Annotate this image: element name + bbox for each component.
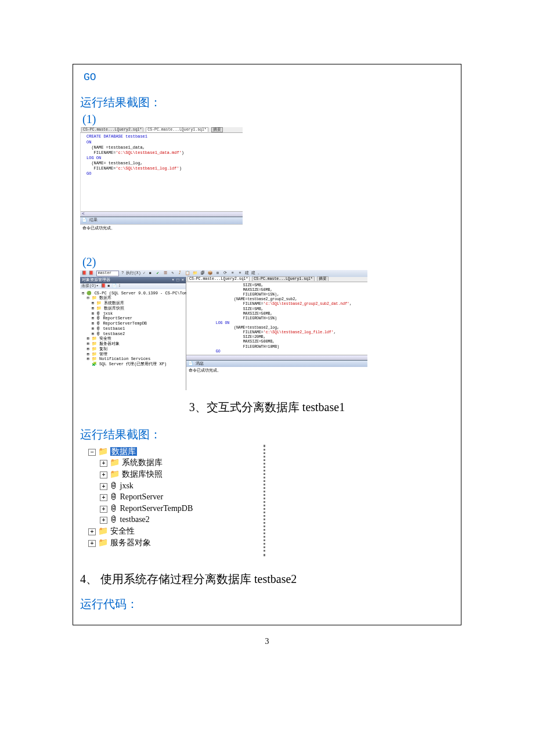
run-code-label: 运行代码： <box>80 596 454 612</box>
heading-step3: 3、交互式分离数据库 testbase1 <box>80 399 454 415</box>
horizontal-scrollbar[interactable] <box>81 211 243 217</box>
screenshot-1: CS-PC.maste...LQuery2.sql* CS-PC.maste..… <box>80 127 243 249</box>
code-string: 'c:\SQL\testbase1_data.mdf' <box>116 150 181 155</box>
toolbar-icon[interactable]: 📦 <box>208 271 213 276</box>
screenshot-title-1: 运行结果截图： <box>80 95 454 110</box>
code-line: ) <box>182 150 184 155</box>
code-line: LOG ON <box>86 156 101 160</box>
tab-summary[interactable]: 摘要 <box>317 276 329 281</box>
result-message: 命令已成功完成。 <box>80 224 243 249</box>
toolbar-icon[interactable]: 📁 <box>193 271 198 276</box>
tree-db-highlight[interactable]: 数据库 <box>110 447 137 456</box>
tree-testbase2[interactable]: testbase2 <box>103 332 125 336</box>
code-line: FILENAME= <box>86 166 116 171</box>
explorer-title-text: 对象资源管理器 <box>82 278 110 283</box>
content: GO 运行结果截图： (1) CS-PC.maste...LQuery2.sql… <box>73 64 461 625</box>
code-line: CREATE DATABASE testbase1 <box>86 134 147 139</box>
explorer-window-controls[interactable]: ▾ ⬚ ✕ <box>172 278 184 283</box>
code-string: 'c:\SQL\testbase1_log.ldf' <box>116 166 179 171</box>
tree-reportserver-temp[interactable]: ReportServerTempDB <box>103 321 147 326</box>
tab-query2[interactable]: CS-PC.maste...LQuery2.sql* <box>81 127 143 132</box>
code-editor-1[interactable]: CREATE DATABASE testbase1 ON (NAME =test… <box>80 133 243 217</box>
toolbar-icon[interactable]: 📕 <box>81 271 86 276</box>
toolbar-text: 建 建 。 <box>245 271 262 275</box>
tree-testbase1[interactable]: testbase1 <box>103 326 125 331</box>
editor-tabbar-1: CS-PC.maste...LQuery2.sql* CS-PC.maste..… <box>80 127 243 133</box>
toolbar-icon[interactable]: 🗐 <box>200 271 205 276</box>
toolbar-icon[interactable]: ⊞ <box>215 271 221 276</box>
subsection-2: (2) <box>82 255 454 269</box>
toolbar-icon[interactable]: 📋 <box>185 271 190 276</box>
code-line: (NAME= testbase1_log, <box>86 161 143 165</box>
collapse-icon[interactable]: − <box>88 449 96 456</box>
heading-step4: 4、 使用系统存储过程分离数据库 testbase2 <box>80 571 454 587</box>
screenshot-3: −📁 数据库 +📁 系统数据库 +📁 数据库快照 +🛢 jxsk +🛢 Repo… <box>80 445 265 556</box>
tree-security[interactable]: 安全性 <box>110 527 135 535</box>
result-tab-2[interactable]: 📄 消息 <box>186 360 367 367</box>
tab-query2[interactable]: CS-PC.maste...LQuery2.sql* <box>187 276 250 281</box>
page-frame: GO 运行结果截图： (1) CS-PC.maste...LQuery2.sql… <box>73 64 461 625</box>
toolbar-icon[interactable]: ☰ <box>163 271 168 276</box>
tree-jxsk[interactable]: jxsk <box>120 481 134 490</box>
tree-agent[interactable]: SQL Server 代理(已禁用代理 XP) <box>99 362 167 366</box>
tree-snapshot[interactable]: 数据库快照 <box>104 306 124 311</box>
go-keyword: GO <box>84 71 454 83</box>
ssms-toolbar: 📕 📕 master ? 执行(X) ✓ ■ ✔ ☰ ✎ ⤴ 📋 📁 🗐 📦 ⊞… <box>80 270 367 277</box>
tree-reportserver[interactable]: ReportServer <box>120 492 164 501</box>
code-line: ) <box>179 166 182 171</box>
toolbar-icon[interactable]: ⤴ <box>178 271 183 276</box>
tree-root[interactable]: CS-PC (SQL Server 9.0.1399 - CS-PC\Tom) <box>95 291 190 296</box>
tree-sysdb[interactable]: 系统数据库 <box>104 301 124 305</box>
code-line: ON <box>86 140 91 145</box>
tree-reportserver-temp[interactable]: ReportServerTempDB <box>120 504 193 513</box>
expand-icon[interactable]: + <box>100 517 107 524</box>
tree-replication[interactable]: 复制 <box>99 347 107 351</box>
explorer-title: 对象资源管理器 ▾ ⬚ ✕ <box>80 277 186 283</box>
screenshot-2: 📕 📕 master ? 执行(X) ✓ ■ ✔ ☰ ✎ ⤴ 📋 📁 🗐 📦 ⊞… <box>80 270 367 390</box>
tree-notification[interactable]: Notification Services <box>99 357 150 361</box>
explorer-toolbar[interactable]: 连接(O)▾ 📕 ■ 📄 🝸 <box>80 283 186 289</box>
expand-icon[interactable]: + <box>100 506 107 513</box>
result-tab[interactable]: 📄 结果 <box>80 217 243 224</box>
editor-panel: CS-PC.maste...LQuery2.sql* CS-PC.maste..… <box>186 277 367 390</box>
tree-testbase2[interactable]: testbase2 <box>120 515 150 524</box>
tree-serverobjects[interactable]: 服务器对象 <box>110 538 151 547</box>
tree-management[interactable]: 管理 <box>99 352 107 357</box>
toolbar-icon[interactable]: ✎ <box>170 271 175 276</box>
code-line: (NAME =testbase1_data, <box>86 145 145 150</box>
code-line: FILENAME= <box>86 150 116 155</box>
tree-reportserver[interactable]: ReportServer <box>103 316 132 321</box>
page-number: 3 <box>0 637 534 646</box>
tree-sysdb[interactable]: 系统数据库 <box>122 458 163 467</box>
editor-tabbar-2: CS-PC.maste...LQuery2.sql* CS-PC.maste..… <box>186 277 367 282</box>
explorer-tree[interactable]: ⊟ 🟢 CS-PC (SQL Server 9.0.1399 - CS-PC\T… <box>80 289 186 390</box>
expand-icon[interactable]: + <box>100 460 107 467</box>
tree-databases[interactable]: 数据库 <box>99 296 111 300</box>
code-line: GO <box>86 171 91 176</box>
toolbar-icon[interactable]: 📕 <box>89 271 94 276</box>
tab-summary[interactable]: 摘要 <box>211 127 223 132</box>
toolbar-icon[interactable]: ⟳ <box>222 271 228 276</box>
horizontal-scrollbar[interactable] <box>186 355 367 360</box>
tree-jxsk[interactable]: jxsk <box>103 311 113 316</box>
expand-icon[interactable]: + <box>88 540 96 547</box>
tree-serverobjects[interactable]: 服务器对象 <box>99 341 120 346</box>
toolbar-icon[interactable]: ≡ <box>237 271 243 276</box>
object-explorer: 对象资源管理器 ▾ ⬚ ✕ 连接(O)▾ 📕 ■ 📄 🝸 ⊟ 🟢 CS-PC (… <box>80 277 186 390</box>
toolbar-icon[interactable]: ≡ <box>230 271 235 276</box>
execute-button[interactable]: ? 执行(X) ✓ <box>121 271 145 275</box>
screenshot-title-3: 运行结果截图： <box>80 427 454 442</box>
expand-icon[interactable]: + <box>100 494 107 501</box>
expand-icon[interactable]: + <box>100 471 107 478</box>
tree-security[interactable]: 安全性 <box>99 336 111 341</box>
tab-query1[interactable]: CS-PC.maste...LQuery1.sql* <box>252 276 314 281</box>
subsection-1: (1) <box>82 113 454 126</box>
expand-icon[interactable]: + <box>88 528 96 535</box>
tab-query1[interactable]: CS-PC.maste...LQuery1.sql* <box>146 127 208 132</box>
code-editor-2[interactable]: SIZE=5MB, MAXSIZE=50MB, FILEGROWTH=15%),… <box>186 282 367 360</box>
toolbar-icon[interactable]: ✔ <box>155 271 160 276</box>
expand-icon[interactable]: + <box>100 483 107 490</box>
toolbar-icon[interactable]: ■ <box>147 271 153 276</box>
tree-snapshot[interactable]: 数据库快照 <box>122 470 163 478</box>
database-combo[interactable]: master <box>96 271 119 276</box>
